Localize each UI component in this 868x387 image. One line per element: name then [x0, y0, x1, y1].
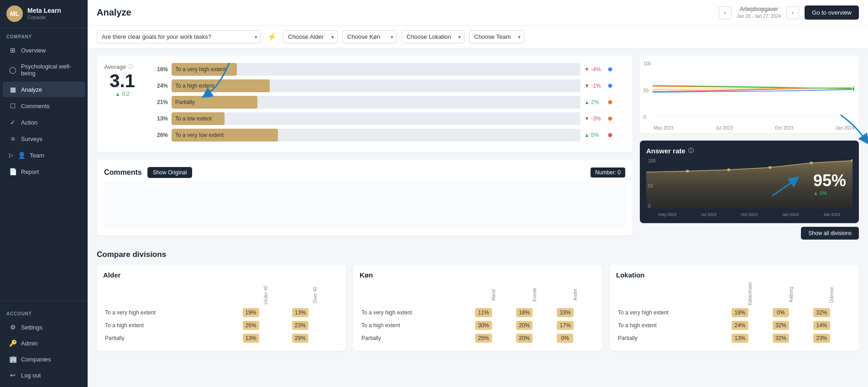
comments-title: Comments [104, 168, 142, 177]
sidebar-item-report[interactable]: 📄 Report [3, 164, 85, 179]
companies-icon: 🏢 [9, 356, 16, 363]
sidebar-item-label: Admin [21, 340, 38, 347]
bar-outer: Partially [172, 96, 580, 109]
sidebar-item-overview[interactable]: ⊞ Overview [3, 42, 85, 58]
alder-select[interactable]: Choose Alder [283, 30, 338, 43]
show-original-button[interactable]: Show Original [147, 167, 193, 178]
sidebar-item-label: Comments [21, 103, 50, 110]
sidebar: ML Meta Learn Console COMPANY ⊞ Overview… [0, 0, 88, 387]
svg-point-12 [810, 162, 813, 164]
compare-title: Compare divisions [97, 250, 859, 259]
bar-outer: To a low extent [172, 112, 580, 125]
answer-rate-chart: 95% ▲ 1% 100 50 0 [646, 158, 852, 209]
table-row: Partially13%29% [103, 332, 340, 345]
lokation-select-wrap: Choose Lokation [402, 30, 465, 43]
go-to-overview-button[interactable]: Go to overview [805, 5, 859, 20]
sidebar-item-settings[interactable]: ⚙ Settings [3, 319, 85, 335]
comments-icon: ☐ [9, 102, 16, 110]
compare-section: Compare divisions AlderUnder 40Over 40To… [88, 250, 868, 358]
account-label: ACCOUNT [0, 305, 88, 319]
kon-select[interactable]: Choose Køn [342, 30, 397, 43]
bar-outer: To a very high extent [172, 63, 580, 76]
main-content: Analyze ‹ Arbejdsopgaver Jan 20 - Jan 27… [88, 0, 868, 387]
avg-section: Average ⓘ 3.1 ▲ 0.2 16%To a very high ex… [104, 63, 625, 145]
sidebar-item-action[interactable]: ✓ Action [3, 115, 85, 130]
average-box: Average ⓘ 3.1 ▲ 0.2 [104, 63, 141, 97]
show-all-wrap: Show all divisions [640, 227, 859, 240]
team-select-wrap: Choose Team [469, 30, 524, 43]
comments-number-badge: Number: 0 [591, 167, 625, 178]
sidebar-item-companies[interactable]: 🏢 Companies [3, 351, 85, 367]
next-period-button[interactable]: › [786, 6, 799, 19]
table-row: To a high extent30%20%17% [360, 319, 596, 332]
overview-icon: ⊞ [9, 47, 16, 54]
table-row: To a very high extent19%13% [103, 306, 340, 319]
table-row: To a high extent26%23% [103, 319, 340, 332]
svg-point-9 [686, 170, 689, 173]
sidebar-item-team[interactable]: ▷ 👤 Team [3, 147, 85, 163]
average-value: 3.1 [104, 71, 141, 91]
sidebar-item-label: Surveys [21, 136, 42, 142]
comments-body [104, 183, 625, 228]
filter-bar: Are there clear goals for your work task… [88, 26, 868, 48]
bar-outer: To a high extent [172, 79, 580, 92]
question-select[interactable]: Are there clear goals for your work task… [97, 30, 261, 43]
show-all-divisions-button[interactable]: Show all divisions [801, 227, 859, 240]
table-row: Partially25%20%0% [360, 332, 596, 345]
bar-row: 13%To a low extent▼ -3% [152, 112, 612, 125]
ar-y-50: 50 [648, 183, 653, 188]
avatar: ML [6, 5, 23, 22]
division-title: Lokation [616, 271, 852, 279]
sidebar-item-label: Companies [21, 356, 51, 363]
bar-row: 24%To a high extent▼ -1% [152, 79, 612, 92]
sidebar-item-comments[interactable]: ☐ Comments [3, 98, 85, 114]
settings-icon: ⚙ [9, 324, 16, 331]
bar-row: 21%Partially▲ 2% [152, 96, 612, 109]
top-bar: Analyze ‹ Arbejdsopgaver Jan 20 - Jan 27… [88, 0, 868, 26]
left-panel: Average ⓘ 3.1 ▲ 0.2 16%To a very high ex… [97, 56, 633, 243]
alder-select-wrap: Choose Alder [283, 30, 338, 43]
analyze-icon: ▦ [9, 86, 16, 93]
action-icon: ✓ [9, 119, 16, 126]
bar-row: 16%To a very high extent▼ -4% [152, 63, 612, 76]
trend-y-labels: 100 50 0 [643, 61, 651, 120]
svg-point-7 [852, 87, 854, 91]
sidebar-item-analyze[interactable]: ▦ Analyze [3, 82, 85, 97]
report-icon: 📄 [9, 168, 16, 175]
division-table: MandKvindeAndetTo a very high extent11%1… [360, 283, 596, 345]
prev-period-button[interactable]: ‹ [719, 6, 732, 19]
lokation-select[interactable]: Choose Lokation [402, 30, 465, 43]
filter-icon: ⚡ [266, 32, 278, 41]
svg-point-11 [769, 166, 772, 169]
kon-select-wrap: Choose Køn [342, 30, 397, 43]
logo-title: Meta Learn [27, 7, 61, 15]
division-table: Under 40Over 40To a very high extent19%1… [103, 283, 340, 345]
sidebar-item-logout[interactable]: ↩ Log out [3, 367, 85, 383]
sidebar-item-admin[interactable]: 🔑 Admin [3, 335, 85, 351]
sidebar-item-surveys[interactable]: ≡ Surveys [3, 131, 85, 146]
info-icon: ⓘ [128, 63, 133, 71]
trend-chart-svg [653, 61, 854, 117]
question-select-wrap: Are there clear goals for your work task… [97, 30, 261, 43]
team-select[interactable]: Choose Team [469, 30, 524, 43]
logo-subtitle: Console [27, 15, 61, 21]
team-icon: 👤 [18, 152, 25, 159]
psychological-icon: ◯ [9, 66, 16, 73]
division-card: KønMandKvindeAndetTo a very high extent1… [353, 265, 602, 351]
page-title: Analyze [97, 7, 713, 18]
company-section-label: COMPANY [0, 28, 88, 42]
answer-rate-card: Answer rate ⓘ [640, 141, 859, 223]
sidebar-item-psychological[interactable]: ◯ Psychological well-being [3, 59, 85, 81]
sidebar-logo[interactable]: ML Meta Learn Console [0, 0, 88, 28]
expand-icon: ▷ [9, 152, 13, 158]
ar-y-100: 100 [648, 158, 656, 163]
sidebar-item-label: Settings [21, 324, 42, 331]
ar-y-0: 0 [648, 204, 651, 209]
division-title: Alder [103, 271, 340, 279]
answer-rate-value: 95% ▲ 1% [813, 171, 846, 196]
bars-card: Average ⓘ 3.1 ▲ 0.2 16%To a very high ex… [97, 56, 633, 152]
division-table: KøbenhavnAalborgOdenseTo a very high ext… [616, 283, 852, 345]
trend-x-labels: May 2023 Jul 2023 Oct 2023 Jan 2024 [654, 126, 854, 131]
average-change: ▲ 0.2 [104, 91, 141, 97]
division-title: Køn [360, 271, 596, 279]
